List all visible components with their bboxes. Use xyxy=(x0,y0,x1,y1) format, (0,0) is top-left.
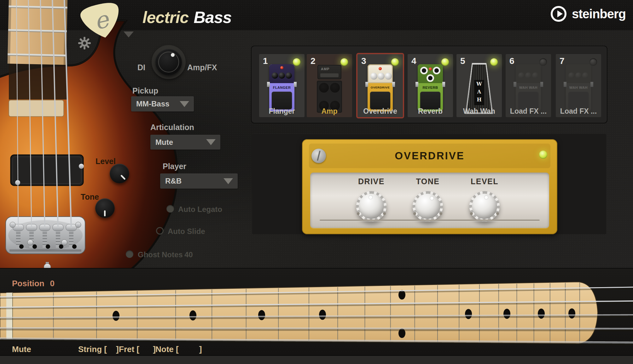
app-title: lectric Bass xyxy=(142,8,232,26)
status-bar: Mute String [ ] Fret [ ] Note [ ] xyxy=(0,344,633,356)
fx-slot-label: Flanger xyxy=(259,107,305,116)
di-ampfx-knob[interactable] xyxy=(155,49,182,75)
fx-slot-flanger[interactable]: 1 FLANGER Flanger xyxy=(259,54,305,117)
tone-fx-knob[interactable] xyxy=(413,191,443,221)
player-chevron-down-icon xyxy=(224,178,233,184)
fx-slot-label: Overdrive xyxy=(357,107,403,116)
steinberg-wordmark: steinberg xyxy=(572,7,626,21)
level-fx-knob[interactable] xyxy=(469,191,500,221)
articulation-value: Mute xyxy=(155,138,173,147)
di-label: DI xyxy=(137,63,145,72)
flanger-pedal-icon: FLANGER xyxy=(269,64,294,111)
fx-slot-label: Load FX ... xyxy=(556,107,601,116)
fx-slot-label: Reverb xyxy=(408,107,453,116)
fx-slot-empty-7[interactable]: 7 WAH WAH Load FX ... xyxy=(556,54,601,117)
overdrive-led-icon xyxy=(539,151,547,159)
tone-fx-label: TONE xyxy=(409,177,447,186)
auto-legato-label: Auto Legato xyxy=(178,205,222,214)
auto-legato-radio[interactable] xyxy=(166,205,174,213)
overdrive-control-panel: DRIVE TONE LEVEL xyxy=(310,173,549,228)
player-dropdown[interactable]: R&B xyxy=(160,173,238,189)
mute-indicator: Mute xyxy=(12,344,31,354)
articulation-label: Articulation xyxy=(150,123,194,132)
level-knob[interactable] xyxy=(110,164,129,183)
fx-slot-wahwah[interactable]: 5 WAH Wah Wah xyxy=(456,54,502,117)
ghost-pedal-icon: WAH WAH xyxy=(516,64,541,111)
knob-min-dot xyxy=(413,212,416,215)
fx-slot-number: 2 xyxy=(311,56,316,66)
string-indicator: String [ ] xyxy=(78,344,119,354)
fx-slot-reverb[interactable]: 4 REVERB Reverb xyxy=(408,54,453,117)
pickup-value: MM-Bass xyxy=(136,100,169,108)
knob-min-dot xyxy=(357,212,360,215)
tone-knob-indicator xyxy=(104,210,106,216)
player-value: R&B xyxy=(165,177,182,185)
app-title-bass: Bass xyxy=(194,8,231,27)
tone-label: Tone xyxy=(81,192,99,202)
fx-slot-empty-6[interactable]: 6 WAH WAH Load FX ... xyxy=(506,54,551,117)
pickup-dropdown[interactable]: MM-Bass xyxy=(131,96,194,111)
instrument-menu-chevron-icon[interactable] xyxy=(124,31,134,37)
fx-slot-number: 7 xyxy=(560,56,565,66)
ghost-pedal-icon: WAH WAH xyxy=(566,64,591,111)
overdrive-panel-title: OVERDRIVE xyxy=(395,150,464,162)
auto-slide-label: Auto Slide xyxy=(168,227,205,236)
level-label: Level xyxy=(96,157,116,166)
panel-groove xyxy=(320,219,540,221)
note-indicator: Note [ ] xyxy=(155,344,202,354)
knob-max-dot xyxy=(383,212,386,215)
fx-slot-led-icon[interactable] xyxy=(391,58,399,66)
knob-min-dot xyxy=(470,212,473,215)
auto-slide-radio[interactable] xyxy=(156,227,164,235)
fx-rack-panel: 1 FLANGER Flanger 2 AMP xyxy=(252,46,607,123)
drive-knob[interactable] xyxy=(356,191,386,221)
steinberg-logo: steinberg xyxy=(550,5,626,23)
fx-detail-area: OVERDRIVE DRIVE TONE xyxy=(252,134,606,234)
fx-slot-number: 1 xyxy=(263,56,268,66)
player-label: Player xyxy=(163,162,186,171)
plugin-window: e lectric Bass steinberg DI Amp/FX xyxy=(0,0,633,364)
fx-slot-number: 5 xyxy=(460,56,465,66)
fx-slot-label: Wah Wah xyxy=(456,107,502,116)
gear-icon[interactable] xyxy=(78,37,91,50)
overdrive-panel: OVERDRIVE DRIVE TONE xyxy=(302,139,557,234)
level-fx-label: LEVEL xyxy=(466,177,503,186)
fret-indicator: Fret [ ] xyxy=(119,344,156,354)
fx-slot-led-icon[interactable] xyxy=(340,58,348,66)
fx-slot-overdrive[interactable]: 3 OVERDRIVE Overdrive xyxy=(357,54,403,117)
knob-max-dot xyxy=(496,212,499,215)
level-knob-group: LEVEL xyxy=(466,177,503,221)
fx-slot-number: 6 xyxy=(509,56,514,66)
tone-knob[interactable] xyxy=(95,198,115,218)
level-knob-indicator xyxy=(120,174,126,180)
wah-pedal-icon: WAH xyxy=(465,63,493,114)
di-knob-ring xyxy=(158,52,179,72)
pickup-chevron-down-icon xyxy=(180,101,189,107)
drive-knob-group: DRIVE xyxy=(352,177,390,221)
app-title-lectric: lectric xyxy=(142,8,189,27)
fx-slot-led-icon[interactable] xyxy=(589,58,597,66)
fx-slot-led-icon[interactable] xyxy=(293,58,300,66)
steinberg-play-icon xyxy=(550,5,567,23)
fretboard-section: Position 0 Mute String [ ] Fret [ ] Note… xyxy=(0,268,633,356)
fx-slot-led-icon[interactable] xyxy=(539,58,547,66)
knob-max-dot xyxy=(439,212,442,215)
fx-slot-led-icon[interactable] xyxy=(441,58,449,66)
ghost-notes-radio[interactable] xyxy=(126,250,133,258)
overdrive-pedal-icon: OVERDRIVE xyxy=(368,64,393,111)
ghost-notes-label: Ghost Notes xyxy=(138,250,183,259)
articulation-dropdown[interactable]: Mute xyxy=(150,135,220,150)
reverb-pedal-icon: REVERB xyxy=(418,64,443,111)
ghost-notes-value: 40 xyxy=(184,250,193,259)
fx-slot-amp[interactable]: 2 AMP Amp xyxy=(307,54,352,117)
fx-slot-number: 3 xyxy=(361,56,366,66)
fx-slot-label: Load FX ... xyxy=(506,107,551,116)
fx-slot-number: 4 xyxy=(411,56,416,66)
overdrive-panel-header: OVERDRIVE xyxy=(309,144,550,168)
fx-slot-label: Amp xyxy=(307,107,352,116)
drive-label: DRIVE xyxy=(352,177,390,186)
articulation-chevron-down-icon xyxy=(206,139,216,145)
pickup-label: Pickup xyxy=(132,86,158,95)
bottom-strip xyxy=(0,355,633,364)
ampfx-label: Amp/FX xyxy=(187,63,217,72)
